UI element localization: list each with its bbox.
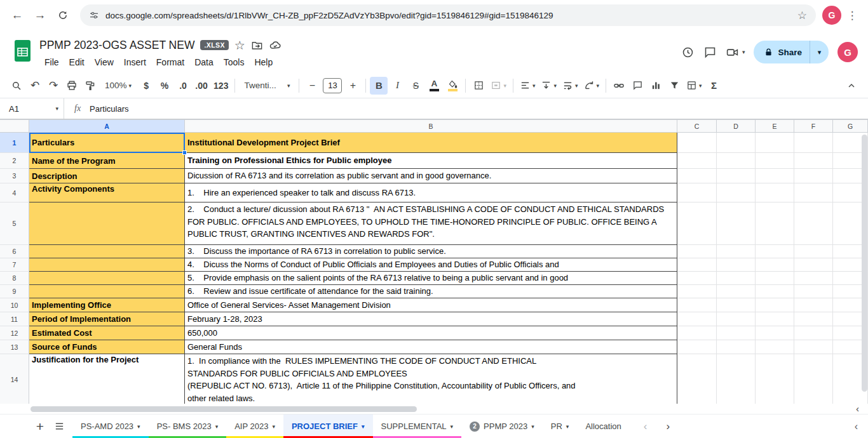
column-header-D[interactable]: D <box>717 119 756 133</box>
url-text[interactable]: docs.google.com/spreadsheets/d/1RlbVWr_C… <box>105 11 791 20</box>
decrease-decimals-button[interactable]: .0 <box>174 77 192 95</box>
tab-menu-caret-icon[interactable]: ▾ <box>451 423 454 430</box>
cell-D11[interactable] <box>717 312 756 326</box>
menu-tools[interactable]: Tools <box>219 55 250 69</box>
cell-A9[interactable] <box>29 285 185 298</box>
column-header-B[interactable]: B <box>185 119 677 133</box>
strikethrough-button[interactable]: S <box>407 77 424 95</box>
cell-A12[interactable]: Estimated Cost <box>29 326 185 340</box>
comment-history-icon[interactable] <box>703 46 717 59</box>
cell-E4[interactable] <box>756 183 794 202</box>
cell-B14[interactable]: 1. In compliance with the RULES IMPLEMEN… <box>185 354 677 404</box>
horizontal-scrollbar[interactable]: ‹ <box>0 404 868 414</box>
cell-A7[interactable] <box>29 258 185 272</box>
cell-E1[interactable] <box>756 133 794 153</box>
vertical-align-button[interactable]: ▾ <box>538 77 559 95</box>
merge-cells-button[interactable]: ▾ <box>488 77 509 95</box>
cell-A1[interactable]: Particulars <box>29 133 185 153</box>
insert-chart-button[interactable] <box>647 77 665 95</box>
sheet-tab-pr[interactable]: PR▾ <box>543 415 578 438</box>
cell-D9[interactable] <box>717 285 756 298</box>
cell-D8[interactable] <box>717 272 756 285</box>
cell-A8[interactable] <box>29 272 185 285</box>
reload-button[interactable] <box>52 4 74 26</box>
tab-menu-caret-icon[interactable]: ▾ <box>272 423 275 430</box>
zoom-dropdown[interactable]: 100% ▾ <box>100 77 137 95</box>
cell-D5[interactable] <box>717 202 756 245</box>
cell-C9[interactable] <box>677 285 717 298</box>
row-header-12[interactable]: 12 <box>0 326 29 340</box>
cell-F2[interactable] <box>794 153 833 169</box>
cell-E3[interactable] <box>756 169 794 183</box>
cell-B12[interactable]: 650,000 <box>185 326 677 340</box>
cell-F7[interactable] <box>794 258 833 272</box>
cell-E5[interactable] <box>756 202 794 245</box>
all-sheets-button[interactable] <box>50 417 69 436</box>
font-size-input[interactable]: 13 <box>323 78 342 93</box>
functions-button[interactable]: Σ <box>705 77 723 95</box>
menu-help[interactable]: Help <box>249 55 278 69</box>
create-filter-button[interactable] <box>665 77 683 95</box>
row-header-5[interactable]: 5 <box>0 202 29 245</box>
sheet-tab-ps-bms-2023[interactable]: PS- BMS 2023▾ <box>149 415 227 438</box>
cell-A2[interactable]: Name of the Program <box>29 153 185 169</box>
fill-color-button[interactable] <box>444 77 461 95</box>
tab-menu-caret-icon[interactable]: ▾ <box>531 423 534 430</box>
account-avatar[interactable]: G <box>837 42 858 62</box>
column-header-E[interactable]: E <box>756 119 794 133</box>
cell-B8[interactable]: 5. Provide emphasis on the salient point… <box>185 272 677 285</box>
row-header-14[interactable]: 14 <box>0 354 29 404</box>
meet-button[interactable]: ▾ <box>726 46 745 59</box>
tab-menu-caret-icon[interactable]: ▾ <box>362 423 365 430</box>
column-header-G[interactable]: G <box>833 119 868 133</box>
column-header-C[interactable]: C <box>677 119 717 133</box>
cell-A11[interactable]: Period of Implementation <box>29 312 185 326</box>
row-header-10[interactable]: 10 <box>0 298 29 312</box>
cell-B10[interactable]: Office of General Services- Asset Manage… <box>185 298 677 312</box>
decrease-font-size-button[interactable]: − <box>303 77 321 95</box>
cell-F12[interactable] <box>794 326 833 340</box>
side-panel-chevron-icon[interactable]: ‹ <box>855 421 858 432</box>
cell-B5[interactable]: 2. Conduct a lecture/ dicussion about RA… <box>185 202 677 245</box>
cell-E6[interactable] <box>756 245 794 258</box>
site-settings-icon[interactable] <box>89 10 99 20</box>
cell-F3[interactable] <box>794 169 833 183</box>
cell-D4[interactable] <box>717 183 756 202</box>
cell-D6[interactable] <box>717 245 756 258</box>
browser-profile-avatar[interactable]: G <box>822 6 841 25</box>
cell-C14[interactable] <box>677 354 717 404</box>
cell-B3[interactable]: Dicussion of RA 6713 and its correlation… <box>185 169 677 183</box>
increase-decimals-button[interactable]: .00 <box>193 77 210 95</box>
cell-C10[interactable] <box>677 298 717 312</box>
cell-C6[interactable] <box>677 245 717 258</box>
cell-F8[interactable] <box>794 272 833 285</box>
tab-menu-caret-icon[interactable]: ▾ <box>215 423 219 430</box>
menu-edit[interactable]: Edit <box>64 55 90 69</box>
text-wrap-button[interactable]: ▾ <box>560 77 581 95</box>
cloud-status-icon[interactable] <box>269 39 281 51</box>
row-header-4[interactable]: 4 <box>0 183 29 202</box>
format-currency-button[interactable]: $ <box>137 77 155 95</box>
cell-E8[interactable] <box>756 272 794 285</box>
font-family-dropdown[interactable]: Twenti... ▾ <box>239 77 295 95</box>
row-header-3[interactable]: 3 <box>0 169 29 183</box>
cell-E12[interactable] <box>756 326 794 340</box>
column-header-A[interactable]: A <box>29 119 185 133</box>
increase-font-size-button[interactable]: + <box>344 77 362 95</box>
add-sheet-button[interactable]: + <box>31 417 50 436</box>
cell-C11[interactable] <box>677 312 717 326</box>
italic-button[interactable]: I <box>388 77 406 95</box>
text-color-button[interactable]: A <box>425 77 443 95</box>
cell-F13[interactable] <box>794 340 833 354</box>
share-button[interactable]: Share <box>754 48 810 57</box>
horizontal-align-button[interactable]: ▾ <box>517 77 538 95</box>
cell-B9[interactable]: 6. Review and issue certificate of atten… <box>185 285 677 298</box>
scroll-chevron-left-icon[interactable]: ‹ <box>856 403 859 414</box>
cell-C1[interactable] <box>677 133 717 153</box>
row-header-7[interactable]: 7 <box>0 258 29 272</box>
menu-view[interactable]: View <box>90 55 119 69</box>
sheet-tab-allocation[interactable]: Allocation <box>577 415 629 438</box>
cell-F10[interactable] <box>794 298 833 312</box>
back-button[interactable]: ← <box>6 4 28 26</box>
cell-A5[interactable] <box>29 202 185 245</box>
